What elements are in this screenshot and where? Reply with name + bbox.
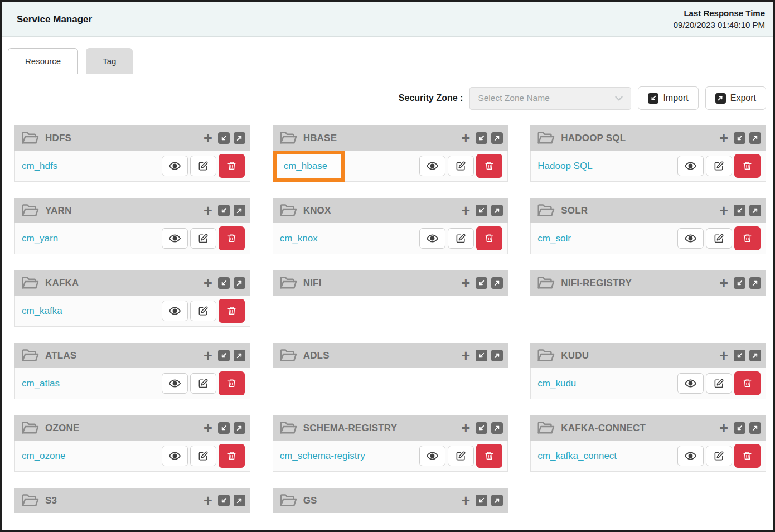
edit-service-button[interactable] — [706, 373, 732, 394]
import-service-button[interactable] — [218, 350, 230, 361]
add-service-button[interactable]: + — [719, 423, 728, 434]
export-service-button[interactable] — [749, 132, 761, 144]
service-link-cm-solr[interactable]: cm_solr — [537, 233, 571, 244]
view-service-button[interactable] — [419, 156, 445, 176]
delete-service-button[interactable] — [219, 299, 245, 323]
export-service-button[interactable] — [491, 205, 503, 216]
edit-service-button[interactable] — [190, 156, 216, 176]
export-service-button[interactable] — [491, 350, 503, 361]
add-service-button[interactable]: + — [462, 133, 471, 144]
service-link-hadoop-sql[interactable]: Hadoop SQL — [537, 161, 592, 172]
delete-service-button[interactable] — [219, 226, 245, 250]
delete-service-button[interactable] — [476, 154, 502, 178]
export-service-button[interactable] — [234, 132, 245, 144]
import-service-button[interactable] — [218, 422, 230, 434]
export-service-button[interactable] — [749, 350, 761, 361]
export-service-button[interactable] — [491, 495, 503, 506]
delete-service-button[interactable] — [734, 444, 761, 468]
add-service-button[interactable]: + — [719, 278, 728, 289]
edit-service-button[interactable] — [706, 156, 732, 176]
export-button[interactable]: Export — [705, 86, 766, 110]
view-service-button[interactable] — [677, 228, 704, 249]
delete-service-button[interactable] — [476, 444, 502, 468]
edit-service-button[interactable] — [448, 228, 474, 249]
add-service-button[interactable]: + — [719, 350, 728, 361]
view-service-button[interactable] — [162, 228, 188, 249]
import-service-button[interactable] — [476, 132, 487, 144]
view-service-button[interactable] — [419, 446, 445, 466]
export-service-button[interactable] — [491, 422, 503, 434]
delete-service-button[interactable] — [219, 154, 245, 178]
import-service-button[interactable] — [476, 350, 487, 361]
edit-service-button[interactable] — [448, 446, 474, 466]
add-service-button[interactable]: + — [204, 133, 212, 144]
add-service-button[interactable]: + — [719, 133, 728, 144]
edit-service-button[interactable] — [190, 446, 216, 466]
edit-service-button[interactable] — [706, 446, 732, 466]
export-service-button[interactable] — [749, 277, 761, 289]
add-service-button[interactable]: + — [204, 278, 212, 289]
service-link-cm-hbase[interactable]: cm_hbase — [284, 161, 327, 172]
add-service-button[interactable]: + — [462, 423, 471, 434]
export-service-button[interactable] — [491, 277, 503, 289]
export-service-button[interactable] — [234, 277, 245, 289]
view-service-button[interactable] — [677, 156, 704, 176]
import-service-button[interactable] — [476, 495, 487, 506]
import-service-button[interactable] — [218, 495, 230, 506]
import-service-button[interactable] — [218, 277, 230, 289]
view-service-button[interactable] — [162, 446, 188, 466]
import-service-button[interactable] — [476, 422, 487, 434]
import-service-button[interactable] — [734, 277, 745, 289]
delete-service-button[interactable] — [476, 226, 502, 250]
import-service-button[interactable] — [734, 422, 745, 434]
service-link-cm-yarn[interactable]: cm_yarn — [22, 233, 58, 244]
service-link-cm-kafka[interactable]: cm_kafka — [22, 306, 62, 317]
service-link-cm-hdfs[interactable]: cm_hdfs — [22, 161, 57, 172]
delete-service-button[interactable] — [734, 371, 761, 395]
export-service-button[interactable] — [749, 422, 761, 434]
export-service-button[interactable] — [234, 495, 245, 506]
import-service-button[interactable] — [218, 132, 230, 144]
view-service-button[interactable] — [162, 156, 188, 176]
add-service-button[interactable]: + — [204, 350, 212, 361]
import-service-button[interactable] — [476, 205, 487, 216]
zone-select[interactable]: Select Zone Name — [469, 87, 631, 110]
export-service-button[interactable] — [234, 205, 245, 216]
delete-service-button[interactable] — [734, 226, 761, 250]
import-service-button[interactable] — [218, 205, 230, 216]
view-service-button[interactable] — [162, 301, 188, 321]
view-service-button[interactable] — [677, 373, 704, 394]
add-service-button[interactable]: + — [204, 423, 212, 434]
service-link-cm-atlas[interactable]: cm_atlas — [22, 378, 60, 389]
export-service-button[interactable] — [234, 422, 245, 434]
service-link-cm-knox[interactable]: cm_knox — [280, 233, 318, 244]
add-service-button[interactable]: + — [719, 205, 728, 216]
import-service-button[interactable] — [734, 205, 745, 216]
add-service-button[interactable]: + — [462, 205, 471, 216]
tab-tag[interactable]: Tag — [86, 48, 133, 74]
tab-resource[interactable]: Resource — [8, 48, 78, 74]
edit-service-button[interactable] — [448, 156, 474, 176]
service-link-cm-kudu[interactable]: cm_kudu — [537, 378, 576, 389]
service-link-cm-ozone[interactable]: cm_ozone — [22, 451, 65, 462]
add-service-button[interactable]: + — [204, 205, 212, 216]
edit-service-button[interactable] — [190, 228, 216, 249]
delete-service-button[interactable] — [734, 154, 761, 178]
view-service-button[interactable] — [162, 373, 188, 394]
add-service-button[interactable]: + — [204, 495, 212, 506]
delete-service-button[interactable] — [219, 371, 245, 395]
import-service-button[interactable] — [734, 350, 745, 361]
export-service-button[interactable] — [234, 350, 245, 361]
service-link-cm-kafka-connect[interactable]: cm_kafka_connect — [537, 451, 617, 462]
edit-service-button[interactable] — [190, 301, 216, 321]
add-service-button[interactable]: + — [462, 278, 471, 289]
edit-service-button[interactable] — [190, 373, 216, 394]
service-link-cm-schema-registry[interactable]: cm_schema-registry — [280, 451, 365, 462]
delete-service-button[interactable] — [219, 444, 245, 468]
add-service-button[interactable]: + — [462, 495, 471, 506]
export-service-button[interactable] — [491, 132, 503, 144]
import-button[interactable]: Import — [638, 86, 698, 110]
import-service-button[interactable] — [476, 277, 487, 289]
add-service-button[interactable]: + — [462, 350, 471, 361]
export-service-button[interactable] — [749, 205, 761, 216]
